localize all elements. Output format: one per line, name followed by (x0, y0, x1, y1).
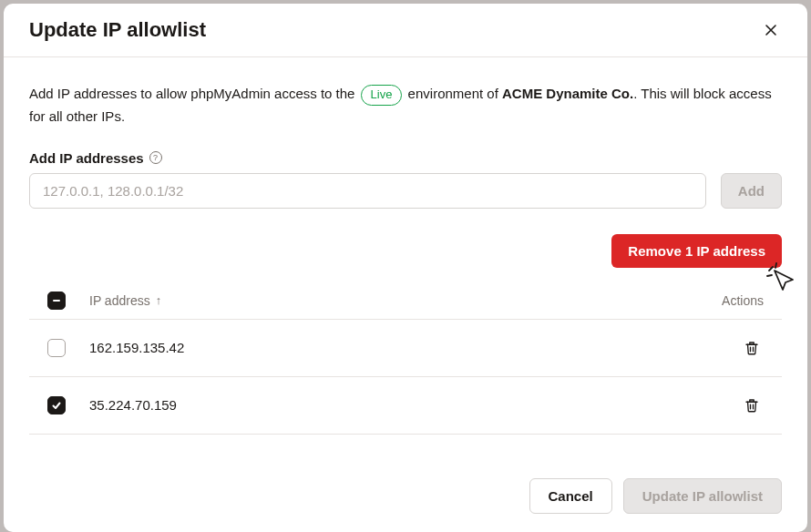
row-checkbox[interactable] (47, 396, 66, 414)
sort-ascending-icon: ↑ (156, 293, 162, 307)
trash-icon (744, 340, 760, 356)
modal-footer: Cancel Update IP allowlist (4, 460, 807, 532)
add-button[interactable]: Add (721, 173, 782, 209)
add-ip-label: Add IP addresses (29, 150, 144, 166)
delete-row-button[interactable] (700, 394, 764, 417)
ip-address-cell: 162.159.135.42 (89, 340, 700, 355)
modal-body: Add IP addresses to allow phpMyAdmin acc… (4, 57, 807, 460)
cancel-button[interactable]: Cancel (529, 478, 612, 514)
remove-ip-button[interactable]: Remove 1 IP address (611, 234, 782, 268)
trash-icon (744, 397, 760, 414)
row-checkbox[interactable] (47, 339, 66, 357)
ip-column-header[interactable]: IP address ↑ (89, 293, 700, 308)
update-ip-allowlist-modal: Update IP allowlist Add IP addresses to … (4, 4, 807, 532)
remove-bar: Remove 1 IP address (29, 234, 782, 268)
org-name: ACME Dynamite Co. (502, 86, 633, 101)
close-button[interactable] (760, 19, 782, 41)
ip-address-input[interactable] (29, 173, 706, 209)
table-row: 162.159.135.42 (29, 320, 782, 377)
update-allowlist-button[interactable]: Update IP allowlist (623, 478, 782, 514)
environment-badge: Live (361, 85, 403, 106)
help-icon[interactable]: ? (149, 151, 162, 164)
ip-address-cell: 35.224.70.159 (89, 397, 700, 413)
select-all-checkbox[interactable] (47, 292, 66, 310)
delete-row-button[interactable] (700, 336, 764, 360)
svg-rect-0 (53, 300, 60, 302)
table-row: 35.224.70.159 (29, 377, 782, 435)
add-ip-row: Add (29, 173, 782, 209)
modal-header: Update IP allowlist (4, 4, 807, 57)
modal-description: Add IP addresses to allow phpMyAdmin acc… (29, 83, 782, 128)
add-ip-label-row: Add IP addresses ? (29, 150, 782, 166)
close-icon (765, 24, 777, 36)
select-all-cell (47, 292, 89, 310)
actions-column-header: Actions (700, 293, 764, 308)
table-header-row: IP address ↑ Actions (29, 284, 782, 320)
modal-title: Update IP allowlist (29, 18, 206, 42)
